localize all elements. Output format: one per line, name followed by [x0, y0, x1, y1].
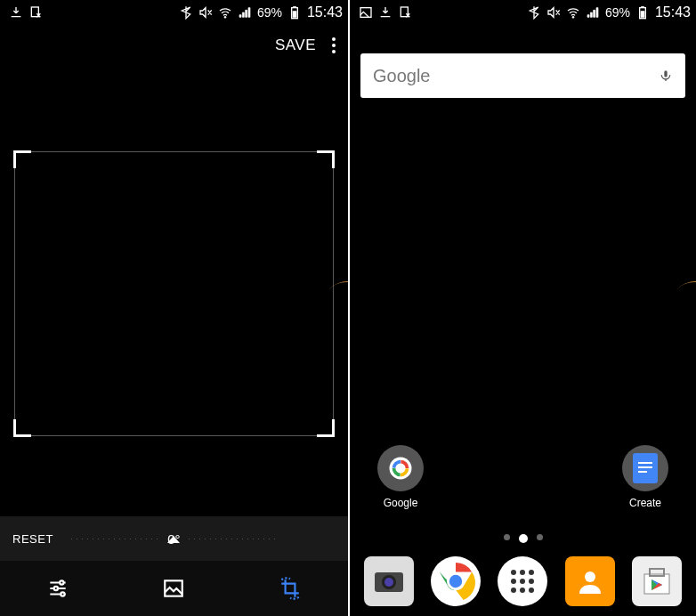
svg-point-31	[520, 579, 525, 584]
dock-app-contacts[interactable]	[565, 556, 615, 606]
svg-rect-15	[664, 70, 668, 77]
battery-icon	[287, 5, 302, 20]
page-dot	[537, 534, 543, 540]
crop-rotate-tab-icon[interactable]	[279, 577, 302, 600]
google-search-widget[interactable]: Google	[360, 53, 685, 98]
wifi-icon	[218, 5, 232, 20]
dock-app-drawer[interactable]	[498, 556, 547, 606]
search-placeholder: Google	[373, 66, 431, 86]
adjust-tab-icon[interactable]	[46, 577, 69, 600]
crop-handle-tl[interactable]	[13, 150, 31, 168]
svg-point-35	[529, 588, 534, 593]
svg-point-27	[511, 570, 516, 575]
dock-app-camera[interactable]	[364, 556, 414, 606]
svg-rect-20	[638, 471, 647, 473]
mute-icon	[198, 5, 213, 20]
assistive-touch-icon[interactable]	[659, 271, 696, 346]
screen-photo-editor: 69% 15:43 SAVE RESET 0°	[0, 0, 348, 616]
battery-percent: 69%	[605, 5, 630, 20]
wifi-icon	[566, 5, 580, 20]
clock: 15:43	[307, 4, 343, 20]
battery-icon	[635, 5, 650, 20]
folder-google[interactable]: Google	[369, 445, 432, 509]
mute-icon	[546, 5, 561, 20]
svg-point-6	[54, 587, 58, 590]
home-folder-row: Google Create	[350, 445, 696, 509]
document-error-icon	[28, 5, 43, 20]
editor-bottom-tabs	[0, 561, 348, 616]
crop-frame[interactable]	[14, 151, 334, 436]
page-dot-active	[519, 534, 528, 543]
svg-rect-14	[641, 12, 644, 18]
signal-icon	[238, 5, 252, 20]
page-dot	[504, 534, 510, 540]
status-bar: 69% 15:43	[350, 0, 696, 25]
svg-rect-3	[294, 6, 296, 7]
folder-create-icon	[622, 445, 668, 491]
svg-point-5	[60, 580, 63, 584]
svg-point-1	[224, 16, 226, 18]
folder-create[interactable]: Create	[614, 445, 676, 509]
image-tab-icon[interactable]	[162, 577, 185, 600]
action-bar: SAVE	[0, 25, 348, 66]
battery-percent: 69%	[257, 5, 282, 20]
document-error-icon	[398, 5, 412, 20]
crop-handle-tr[interactable]	[317, 150, 335, 168]
crop-handle-bl[interactable]	[13, 419, 31, 437]
overflow-menu-icon[interactable]	[332, 37, 336, 53]
svg-rect-18	[638, 462, 652, 464]
svg-point-33	[511, 588, 516, 593]
signal-icon	[586, 5, 600, 20]
page-indicator[interactable]	[504, 534, 543, 543]
angle-marker-bottom-icon	[167, 536, 180, 543]
svg-rect-19	[638, 466, 652, 468]
screen-home: 69% 15:43 Google Google Create	[348, 0, 696, 616]
svg-point-26	[448, 573, 463, 588]
rotation-control: RESET 0°	[0, 516, 348, 561]
svg-point-7	[61, 592, 64, 596]
save-button[interactable]: SAVE	[275, 36, 316, 54]
dock	[350, 547, 696, 616]
mic-icon[interactable]	[659, 69, 673, 83]
svg-point-30	[511, 579, 516, 584]
download-icon	[378, 5, 393, 20]
svg-point-28	[520, 570, 525, 575]
dock-app-play-store[interactable]	[632, 556, 682, 606]
svg-point-23	[384, 578, 393, 587]
download-icon	[9, 5, 23, 20]
reset-button[interactable]: RESET	[0, 532, 53, 546]
dock-app-chrome[interactable]	[431, 556, 481, 606]
svg-point-36	[585, 571, 595, 582]
svg-rect-13	[642, 6, 644, 7]
bluetooth-icon	[179, 5, 193, 20]
folder-google-icon	[377, 445, 424, 491]
svg-point-34	[520, 588, 525, 593]
status-bar: 69% 15:43	[0, 0, 348, 25]
svg-rect-4	[293, 12, 296, 18]
clock: 15:43	[655, 4, 691, 20]
crop-handle-br[interactable]	[317, 419, 335, 437]
svg-point-32	[529, 579, 534, 584]
svg-point-11	[572, 16, 574, 18]
folder-label: Google	[384, 497, 418, 509]
bluetooth-icon	[527, 5, 541, 20]
image-icon	[359, 5, 373, 20]
svg-point-29	[529, 570, 534, 575]
folder-label: Create	[629, 497, 661, 509]
